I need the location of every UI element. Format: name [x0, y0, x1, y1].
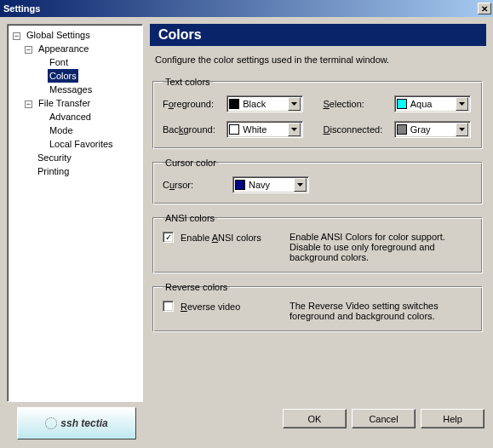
foreground-value: Black [243, 99, 284, 109]
selection-select[interactable]: Aqua [394, 95, 471, 112]
svg-marker-4 [297, 183, 303, 187]
chevron-down-icon [456, 97, 468, 111]
tree-collapse-icon[interactable]: − [25, 101, 32, 108]
logo-icon [45, 417, 57, 429]
tree-item-colors[interactable]: Colors [48, 69, 78, 83]
color-swatch [229, 124, 239, 135]
cursor-label: Cursor: [163, 180, 224, 190]
reverse-colors-group: Reverse colors Reverse video The Reverse… [153, 282, 483, 332]
cursor-select[interactable]: Navy [232, 176, 309, 193]
disconnected-select[interactable]: Gray [394, 121, 471, 138]
cursor-legend: Cursor color [163, 158, 219, 168]
foreground-label: Foreground: [163, 99, 224, 109]
tree-collapse-icon[interactable]: − [13, 32, 20, 40]
ansi-description: Enable ANSI Colors for color support. Di… [289, 232, 473, 262]
reverse-video-label: Reverse video [181, 301, 283, 312]
content-pane: Colors Configure the color settings used… [150, 24, 486, 402]
tree-item-file-transfer[interactable]: File Transfer [37, 96, 92, 110]
svg-marker-2 [291, 128, 297, 131]
page-title: Colors [150, 24, 486, 46]
chevron-down-icon [288, 123, 301, 136]
tree-item-appearance[interactable]: Appearance [37, 42, 90, 55]
text-colors-legend: Text colors [163, 77, 213, 87]
page-description: Configure the color settings used in the… [155, 55, 481, 65]
check-icon: ✓ [165, 233, 172, 242]
selection-value: Aqua [410, 99, 452, 109]
color-swatch [397, 124, 407, 135]
ok-button[interactable]: OK [283, 409, 347, 428]
tree-item-global-settings[interactable]: Global Settings [25, 28, 92, 42]
logo: ssh tectia [17, 407, 136, 439]
reverse-video-checkbox[interactable] [163, 301, 174, 312]
enable-ansi-checkbox[interactable]: ✓ [163, 232, 174, 243]
ansi-colors-group: ANSI colors ✓ Enable ANSI colors Enable … [153, 213, 483, 273]
tree-item-printing[interactable]: Printing [36, 164, 71, 178]
reverse-description: The Reverse Video setting switches foreg… [289, 301, 473, 321]
ansi-legend: ANSI colors [163, 213, 217, 223]
window-title: Settings [3, 3, 478, 14]
selection-label: Selection: [324, 99, 392, 109]
tree-item-mode[interactable]: Mode [48, 123, 75, 137]
svg-marker-0 [291, 102, 297, 106]
background-select[interactable]: White [226, 121, 303, 138]
tree-item-font[interactable]: Font [48, 55, 70, 69]
tree-item-local-favorites[interactable]: Local Favorites [48, 137, 115, 151]
tree-item-messages[interactable]: Messages [48, 83, 94, 96]
cursor-color-group: Cursor color Cursor: Navy [153, 158, 483, 204]
tree-item-advanced[interactable]: Advanced [48, 110, 93, 123]
titlebar: Settings ✕ [0, 0, 493, 17]
chevron-down-icon [288, 97, 301, 111]
disconnected-label: Disconnected: [324, 124, 392, 135]
cancel-button[interactable]: Cancel [352, 409, 416, 428]
tree-item-security[interactable]: Security [36, 151, 73, 164]
color-swatch [397, 99, 407, 109]
color-swatch [229, 99, 239, 109]
help-button[interactable]: Help [421, 409, 484, 428]
settings-tree: − Global Settings − Appearance Font Colo… [7, 24, 143, 402]
close-button[interactable]: ✕ [478, 3, 491, 14]
background-value: White [243, 124, 284, 135]
enable-ansi-label: Enable ANSI colors [181, 232, 283, 243]
logo-text: ssh tectia [60, 417, 107, 429]
cursor-value: Navy [249, 180, 290, 190]
svg-marker-1 [459, 102, 465, 106]
reverse-legend: Reverse colors [163, 282, 230, 292]
text-colors-group: Text colors Foreground: Black Selection:… [153, 77, 483, 149]
svg-marker-3 [459, 128, 465, 131]
background-label: Background: [163, 124, 224, 135]
foreground-select[interactable]: Black [226, 95, 303, 112]
tree-collapse-icon[interactable]: − [25, 46, 32, 54]
chevron-down-icon [294, 178, 307, 192]
color-swatch [235, 180, 245, 190]
chevron-down-icon [456, 123, 468, 136]
close-icon: ✕ [481, 4, 488, 14]
disconnected-value: Gray [410, 124, 452, 135]
